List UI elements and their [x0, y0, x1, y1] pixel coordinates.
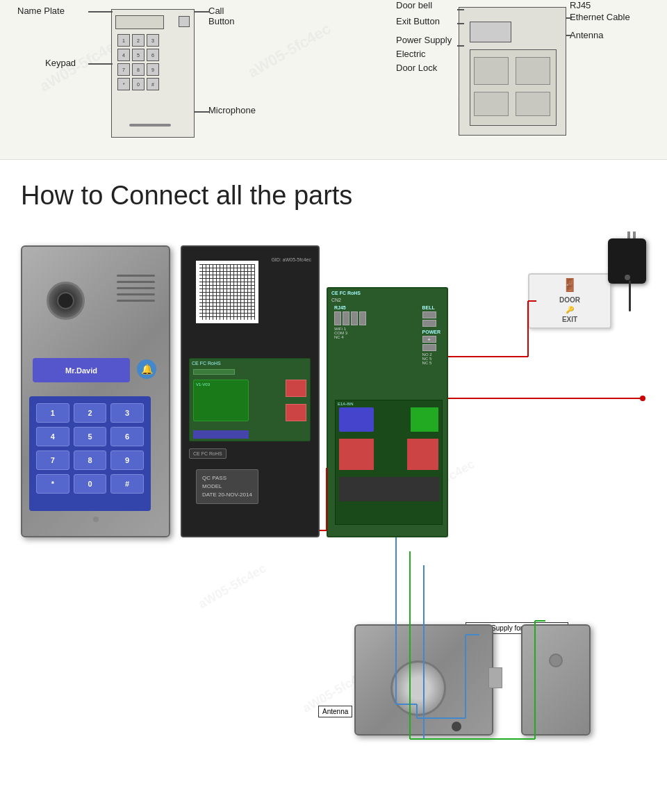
- keypad-grid: 1 2 3 4 5 6 7 8 9 * 0 #: [29, 396, 151, 501]
- component-3: [474, 92, 509, 116]
- key-7: 7: [117, 63, 130, 76]
- device-outline: 1 2 3 4 5 6 7 8 9 * 0 #: [111, 9, 195, 138]
- kp-3: 3: [110, 403, 144, 423]
- door-icon: 🚪: [562, 277, 577, 293]
- rj45-label: RJ45: [570, 0, 591, 10]
- kp-2: 2: [74, 403, 107, 423]
- device-screen: [115, 15, 164, 29]
- call-button-label: Call Button: [208, 6, 235, 26]
- key-hash: #: [147, 78, 159, 90]
- kp-1: 1: [36, 403, 69, 423]
- qr-code: [196, 261, 258, 323]
- microphone-line: [195, 111, 210, 113]
- kp-star: *: [36, 474, 69, 494]
- device-call-button: [179, 16, 190, 27]
- circuit-board: CE FC RoHS CN2 RJ45 WiFi 1 COM 3 NC 4 BE…: [327, 287, 448, 537]
- v103-label: E1A-8IN: [336, 400, 442, 407]
- svg-point-7: [640, 396, 645, 401]
- key-5: 5: [132, 49, 145, 61]
- power-supply-label: Power Supply: [396, 35, 452, 45]
- cert-badge: CE FC RoHS: [189, 448, 227, 459]
- ethernet-line: [566, 17, 572, 19]
- door-bell-label: Door bell: [396, 0, 432, 10]
- speaker-line-2: [117, 281, 155, 283]
- bell-pin-1: [422, 311, 436, 318]
- pin-3: [351, 311, 358, 325]
- antenna-line: [566, 35, 572, 36]
- red-module-2: [407, 439, 438, 470]
- qc-pass-label: QC PASS MODEL DATE 20-NOV-2014: [196, 469, 258, 504]
- power-pins: +: [422, 336, 440, 351]
- keypad-line: [88, 63, 113, 65]
- pin-4: [359, 311, 366, 325]
- ethernet-cable-label: Ethernet Cable: [570, 12, 630, 22]
- component-red-2: [286, 404, 306, 421]
- keypad-label: Keypad: [45, 58, 76, 68]
- exit-button-label: Exit Button: [396, 16, 440, 26]
- bell-pin-2: [422, 320, 436, 327]
- keypad-diagram: 1 2 3 4 5 6 7 8 9 * 0 #: [117, 34, 159, 90]
- control-box: GID: aW05-5fc4ec CE FC RoHS V1-V03 CE FC…: [181, 245, 320, 537]
- power-neg: [422, 344, 436, 351]
- microphone-line: [129, 124, 171, 127]
- key-9: 9: [147, 63, 159, 76]
- lock-body: [354, 624, 493, 736]
- adapter-body: [608, 238, 646, 284]
- watermark-2: aW05-5fc4ec: [245, 19, 334, 81]
- component-blue: [193, 430, 249, 439]
- pin-1: [334, 311, 341, 325]
- keypad-panel: 1 2 3 4 5 6 7 8 9 * 0 #: [29, 396, 151, 511]
- speaker-line-5: [117, 300, 155, 302]
- name-plate-line: [88, 11, 113, 13]
- call-button-line: [195, 11, 210, 13]
- camera-eye: [47, 282, 85, 320]
- power-line: [457, 45, 464, 47]
- lock-keyhole: [452, 722, 461, 731]
- antenna-label: Antenna: [570, 30, 603, 40]
- camera-lens: [57, 292, 74, 309]
- speaker-line-1: [117, 275, 155, 277]
- kp-4: 4: [36, 427, 69, 446]
- lock-latch: [488, 667, 502, 688]
- name-plate-text: Mr.David: [65, 366, 97, 375]
- right-device-box: [459, 7, 566, 136]
- key-4: 4: [117, 49, 130, 61]
- top-diagram-section: aW05-5fc4ec aW05-5fc4ec aW05-5fc4ec 1 2 …: [0, 0, 667, 160]
- adapter-indicator: [625, 275, 630, 280]
- speaker-line-3: [117, 287, 155, 289]
- component-1: [474, 57, 509, 85]
- how-to-connect-section: How to Connect all the parts aW05-5fc4ec…: [0, 160, 667, 767]
- component-4: [516, 92, 550, 116]
- rj45-pins: [334, 311, 366, 325]
- connector-strip: [339, 477, 440, 501]
- exit-button-text: DOOR🔑EXIT: [559, 295, 580, 325]
- model-text: MODEL: [202, 482, 252, 491]
- name-plate-label: Name Plate: [17, 6, 65, 16]
- key-3: 3: [147, 34, 159, 47]
- wm-conn-2: aW05-5fc4ec: [196, 561, 269, 612]
- qc-pass-text: QC PASS: [202, 474, 252, 482]
- nc-label-3: NC 5: [422, 361, 440, 365]
- microphone-label: Microphone: [208, 105, 256, 115]
- date-text: DATE 20-NOV-2014: [202, 491, 252, 499]
- rj45-connectors: RJ45 WiFi 1 COM 3 NC 4: [331, 302, 369, 342]
- rj45-label-board: RJ45: [334, 305, 366, 310]
- right-inner-area: [470, 49, 557, 126]
- wifi-module: [193, 369, 235, 375]
- kp-9: 9: [110, 450, 144, 470]
- pin-2: [343, 311, 349, 325]
- kp-8: 8: [74, 450, 107, 470]
- board-internals: E1A-8IN: [335, 400, 443, 525]
- side-knob: [549, 653, 563, 667]
- bell-pins: [422, 311, 440, 327]
- power-plus: +: [422, 336, 436, 343]
- kp-5: 5: [74, 427, 107, 446]
- kp-7: 7: [36, 450, 69, 470]
- component-red-1: [286, 380, 306, 397]
- red-module-1: [339, 439, 374, 470]
- board-cert-label: CE FC RoHS: [328, 289, 447, 298]
- connection-diagram: aW05-5fc4ec aW05-5fc4ec aW05-5fc4ec aW05…: [21, 232, 646, 753]
- section-title: How to Connect all the parts: [21, 181, 646, 211]
- key-0: 0: [132, 78, 145, 90]
- qr-pattern: [199, 264, 255, 320]
